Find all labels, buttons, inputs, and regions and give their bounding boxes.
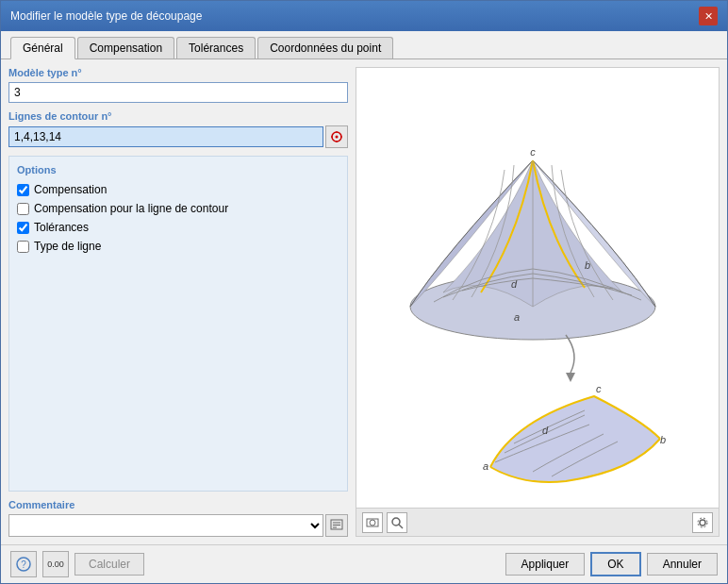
options-section: Options Compensation Compensation pour l… [8,156,348,492]
checkbox-tolerances: Tolérances [17,221,339,234]
svg-text:?: ? [21,559,26,570]
annuler-button[interactable]: Annuler [647,553,718,576]
close-button[interactable]: ✕ [699,7,718,25]
svg-point-5 [336,136,339,139]
bottom-bar: ? 0.00 Calculer Appliquer OK Annuler [1,544,727,583]
content-area: Modèle type n° Lignes de contour n° [1,59,727,544]
comment-edit-button[interactable] [325,514,348,537]
value-button[interactable]: 0.00 [42,551,69,577]
svg-point-22 [392,518,400,526]
model-input[interactable] [8,82,348,103]
checkbox-compensation-label: Compensation [34,183,107,196]
diagram-toolbar [356,508,719,536]
zoom-icon [389,515,405,530]
svg-text:c: c [530,146,536,158]
ok-button[interactable]: OK [590,552,640,576]
contour-input-row [8,125,348,148]
tab-bar: Général Compensation Tolérances Coordonn… [1,31,727,59]
checkbox-compensation: Compensation [17,183,339,196]
svg-text:b: b [585,259,590,271]
tab-tolerances[interactable]: Tolérances [176,37,256,58]
help-button[interactable]: ? [10,551,37,577]
comment-select[interactable] [8,514,323,537]
comment-section: Commentaire [8,499,348,537]
checkbox-line-type-input[interactable] [17,241,29,253]
tab-general[interactable]: Général [10,37,75,59]
comment-label: Commentaire [8,499,348,510]
svg-text:d: d [511,278,518,290]
tab-compensation[interactable]: Compensation [77,37,174,58]
left-panel: Modèle type n° Lignes de contour n° [8,67,348,537]
pick-icon [330,130,343,143]
checkbox-compensation-contour-label: Compensation pour la ligne de contour [34,202,228,215]
svg-text:c: c [596,383,602,394]
checkbox-tolerances-input[interactable] [17,222,29,234]
options-title: Options [17,164,339,175]
svg-marker-15 [566,373,575,382]
svg-text:a: a [514,311,520,323]
checkbox-tolerances-label: Tolérances [34,221,89,234]
diagram-zoom-button[interactable] [387,512,407,533]
diagram-svg: c b d a [368,85,707,491]
calculer-button[interactable]: Calculer [74,553,144,576]
svg-point-21 [370,520,375,526]
tab-coordinates[interactable]: Coordonnées du point [257,37,393,58]
contour-field-group: Lignes de contour n° [8,110,348,148]
svg-text:b: b [660,434,666,445]
checkbox-line-type: Type de ligne [17,240,339,253]
checkbox-compensation-contour-input[interactable] [17,203,29,215]
model-label: Modèle type n° [8,67,348,78]
help-icon: ? [15,556,32,573]
window-title: Modifier le modèle type de découpage [10,9,202,23]
contour-pick-button[interactable] [325,125,348,148]
title-bar: Modifier le modèle type de découpage ✕ [1,1,727,31]
checkbox-compensation-input[interactable] [17,184,29,196]
svg-text:d: d [542,425,549,436]
settings-icon [695,515,710,530]
checkbox-compensation-contour: Compensation pour la ligne de contour [17,202,339,215]
svg-point-24 [700,520,705,526]
diagram-area: c b d a [356,68,719,508]
edit-icon [330,519,343,532]
view-icon [365,515,380,530]
svg-text:a: a [483,460,488,472]
main-window: Modifier le modèle type de découpage ✕ G… [0,0,728,584]
model-field-group: Modèle type n° [8,67,348,103]
contour-label: Lignes de contour n° [8,110,348,122]
diagram-view-button[interactable] [362,512,383,533]
right-panel: c b d a [356,67,720,537]
comment-input-row [8,514,348,537]
value-label: 0.00 [47,559,64,569]
contour-input[interactable] [8,126,323,147]
svg-line-23 [399,525,403,528]
appliquer-button[interactable]: Appliquer [505,553,586,576]
checkbox-line-type-label: Type de ligne [34,240,101,253]
diagram-settings-button[interactable] [692,512,713,533]
